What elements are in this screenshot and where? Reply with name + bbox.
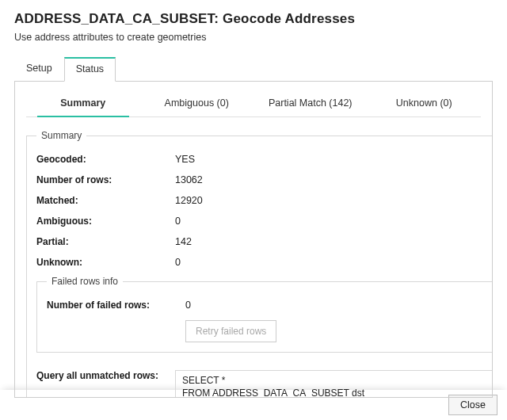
tab-status[interactable]: Status bbox=[64, 57, 116, 82]
row-failed-count: Number of failed rows: 0 bbox=[47, 295, 482, 315]
label-ambiguous: Ambiguous: bbox=[36, 216, 175, 227]
label-failed-count: Number of failed rows: bbox=[47, 300, 185, 311]
tab-setup[interactable]: Setup bbox=[14, 57, 64, 82]
label-partial: Partial: bbox=[36, 236, 175, 247]
value-failed-count: 0 bbox=[185, 300, 482, 311]
tab-partial-match[interactable]: Partial Match (142) bbox=[254, 91, 368, 116]
retry-failed-rows-button[interactable]: Retry failed rows bbox=[185, 320, 276, 342]
value-num-rows: 13062 bbox=[175, 174, 493, 185]
label-query-unmatched: Query all unmatched rows: bbox=[36, 370, 175, 381]
row-matched: Matched: 12920 bbox=[36, 190, 493, 211]
outer-tabs: Setup Status bbox=[14, 57, 493, 82]
row-ambiguous: Ambiguous: 0 bbox=[36, 211, 493, 231]
label-geocoded: Geocoded: bbox=[36, 154, 175, 165]
label-matched: Matched: bbox=[36, 195, 175, 206]
status-panel: Summary Ambiguous (0) Partial Match (142… bbox=[14, 81, 493, 398]
row-geocoded: Geocoded: YES bbox=[36, 149, 493, 170]
tab-unknown[interactable]: Unknown (0) bbox=[368, 91, 482, 116]
value-matched: 12920 bbox=[175, 195, 493, 206]
failed-rows-fieldset: Failed rows info Number of failed rows: … bbox=[36, 276, 493, 353]
tab-ambiguous[interactable]: Ambiguous (0) bbox=[140, 91, 254, 116]
summary-legend: Summary bbox=[36, 130, 86, 141]
value-partial: 142 bbox=[175, 236, 493, 247]
page-title: ADDRESS_DATA_CA_SUBSET: Geocode Addresse… bbox=[14, 11, 493, 27]
tab-summary[interactable]: Summary bbox=[26, 91, 140, 116]
row-query-unmatched: Query all unmatched rows: SELECT * FROM … bbox=[36, 365, 493, 398]
label-num-rows: Number of rows: bbox=[36, 174, 175, 185]
value-unknown: 0 bbox=[175, 257, 493, 268]
summary-fieldset: Summary Geocoded: YES Number of rows: 13… bbox=[26, 130, 493, 398]
page-subtitle: Use address attributes to create geometr… bbox=[14, 32, 493, 43]
row-num-rows: Number of rows: 13062 bbox=[36, 170, 493, 190]
row-partial: Partial: 142 bbox=[36, 231, 493, 252]
value-ambiguous: 0 bbox=[175, 216, 493, 227]
failed-rows-legend: Failed rows info bbox=[47, 276, 123, 287]
row-unknown: Unknown: 0 bbox=[36, 252, 493, 273]
label-unknown: Unknown: bbox=[36, 257, 175, 268]
value-geocoded: YES bbox=[175, 154, 493, 165]
inner-tabs: Summary Ambiguous (0) Partial Match (142… bbox=[26, 91, 481, 117]
query-unmatched-sql[interactable]: SELECT * FROM ADDRESS_DATA_CA_SUBSET dst… bbox=[175, 370, 493, 398]
